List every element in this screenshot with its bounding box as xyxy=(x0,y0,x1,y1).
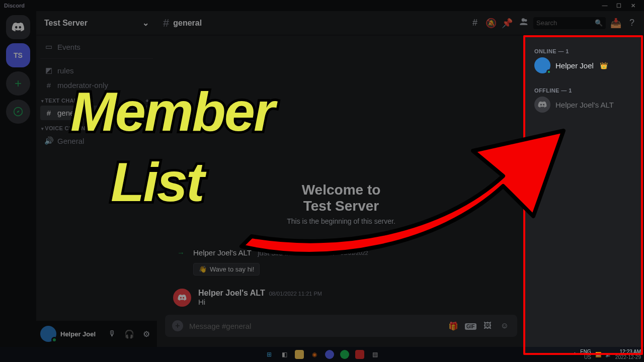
window-minimize-button[interactable]: — xyxy=(598,3,612,9)
sticker-button[interactable]: 🖼 xyxy=(482,321,493,330)
hash-icon: # xyxy=(44,109,53,117)
wave-button[interactable]: 👋 Wave to say hi! xyxy=(193,263,260,276)
discord-logo-icon xyxy=(538,101,547,108)
app-title: Discord xyxy=(4,3,25,9)
volume-icon[interactable]: 🔈 xyxy=(605,352,611,357)
members-icon xyxy=(518,17,528,27)
start-icon[interactable]: ⊞ xyxy=(265,350,274,359)
attach-button[interactable]: + xyxy=(172,320,183,331)
server-header[interactable]: Test Server ⌄ xyxy=(36,11,157,35)
rules-icon: ◩ xyxy=(44,66,53,75)
home-dm-button[interactable] xyxy=(6,15,30,39)
message-timestamp: 08/01/2022 11:21 PM xyxy=(269,291,322,297)
self-avatar[interactable] xyxy=(40,326,56,342)
guild-list: TS + xyxy=(0,11,36,347)
gift-button[interactable]: 🎁 xyxy=(448,321,459,331)
tray-region: US xyxy=(584,354,591,360)
threads-button[interactable]: # xyxy=(469,18,481,28)
notifications-button[interactable]: 🔕 xyxy=(485,18,497,29)
events-row[interactable]: ▭ Events xyxy=(40,39,153,54)
self-username: Helper Joel xyxy=(60,330,102,338)
member-avatar xyxy=(534,97,550,113)
message-composer[interactable]: + 🎁 GIF 🖼 ☺ xyxy=(165,315,517,337)
search-icon: 🔍 xyxy=(595,19,603,27)
welcome-title-1: Welcome to xyxy=(302,182,381,198)
member-row[interactable]: Helper Joel 👑 xyxy=(530,55,639,75)
message-content: Hi xyxy=(198,298,322,306)
calendar-icon: ▭ xyxy=(44,42,53,51)
add-channel-icon[interactable]: + xyxy=(145,125,149,131)
discord-icon[interactable] xyxy=(325,350,334,359)
discord-logo-icon xyxy=(12,22,25,32)
firefox-icon[interactable]: ◉ xyxy=(310,350,319,359)
channel-title: general xyxy=(173,19,202,28)
welcome-block: Welcome toTest Server This is the beginn… xyxy=(165,182,517,225)
speaker-icon: 🔊 xyxy=(44,136,53,145)
user-settings-button[interactable]: ⚙ xyxy=(140,329,153,339)
wave-emoji-icon: 👋 xyxy=(199,265,207,273)
channel-mod-only[interactable]: # moderator-only xyxy=(40,78,153,93)
help-button[interactable]: ? xyxy=(626,18,638,28)
window-maximize-button[interactable]: ☐ xyxy=(612,3,626,9)
tray-date: 2022-12-29 xyxy=(615,354,641,360)
channel-general[interactable]: # general xyxy=(40,106,153,120)
category-text-channels[interactable]: ▾TEXT CHANNELS + xyxy=(40,93,153,106)
channel-header: # general # 🔕 📌 🔍 📥 ? xyxy=(157,11,644,35)
status-online-icon xyxy=(546,69,551,74)
members-offline-header: OFFLINE — 1 xyxy=(530,84,639,95)
spotify-icon[interactable] xyxy=(340,350,349,359)
channel-rules[interactable]: ◩ rules xyxy=(40,63,153,78)
window-titlebar: Discord — ☐ ✕ xyxy=(0,0,644,11)
divider xyxy=(40,58,153,59)
member-avatar xyxy=(534,57,550,73)
pinned-button[interactable]: 📌 xyxy=(501,18,513,29)
user-panel: Helper Joel 🎙 🎧 ⚙ xyxy=(36,321,157,347)
join-timestamp: 08/01/2022 xyxy=(341,250,368,256)
wifi-icon[interactable]: 📶 xyxy=(595,352,601,357)
inbox-button[interactable]: 📥 xyxy=(610,18,622,29)
message-input[interactable] xyxy=(189,322,442,330)
message-author[interactable]: Helper Joel's ALT xyxy=(198,289,265,298)
gif-button[interactable]: GIF xyxy=(465,321,476,330)
hash-icon: # xyxy=(163,17,169,30)
tray-time: 12:23 AM xyxy=(620,349,641,354)
guild-test-server[interactable]: TS xyxy=(6,43,30,67)
welcome-subtitle: This is the beginning of this server. xyxy=(165,217,517,225)
channel-mod-label: moderator-only xyxy=(57,81,108,89)
add-server-button[interactable]: + xyxy=(6,71,30,96)
message-row: Helper Joel's ALT 08/01/2022 11:21 PM Hi xyxy=(165,284,517,307)
members-online-header: ONLINE — 1 xyxy=(530,45,639,55)
search-input[interactable] xyxy=(536,19,592,27)
app-icon[interactable]: ▤ xyxy=(370,350,379,359)
explorer-icon[interactable] xyxy=(295,350,304,359)
emoji-button[interactable]: ☺ xyxy=(499,321,510,330)
events-label: Events xyxy=(57,43,80,51)
windows-taskbar: ⊞ ◧ ◉ ▤ ˄ ENGUS 📶 🔈 12:23 AM2022-12-29 xyxy=(0,347,644,362)
message-area: Welcome toTest Server This is the beginn… xyxy=(157,35,525,347)
channel-general-label: general xyxy=(57,109,83,117)
window-close-button[interactable]: ✕ xyxy=(626,3,640,9)
task-view-icon[interactable]: ◧ xyxy=(280,350,289,359)
member-list-toggle[interactable] xyxy=(517,17,529,29)
join-arrow-icon: → xyxy=(177,248,185,257)
voice-channel-general[interactable]: 🔊 General xyxy=(40,133,153,148)
hash-icon: # xyxy=(44,81,53,89)
category-text-label: TEXT CHANNELS xyxy=(45,98,93,104)
explore-servers-button[interactable] xyxy=(6,100,30,124)
tray-chevron-icon[interactable]: ˄ xyxy=(574,352,576,357)
system-join-message: → Helper Joel's ALT just slid into the s… xyxy=(165,245,517,260)
compass-icon xyxy=(13,107,23,117)
member-name: Helper Joel's ALT xyxy=(555,101,614,109)
app-icon[interactable] xyxy=(355,350,364,359)
category-voice-channels[interactable]: ▾VOICE CHANNELS + xyxy=(40,120,153,133)
search-box[interactable]: 🔍 xyxy=(533,17,606,29)
add-channel-icon[interactable]: + xyxy=(145,98,149,104)
member-row[interactable]: Helper Joel's ALT xyxy=(530,95,639,115)
chat-area: # general # 🔕 📌 🔍 📥 ? Welcome toTest Ser… xyxy=(157,11,644,347)
message-avatar[interactable] xyxy=(173,289,191,307)
channel-rules-label: rules xyxy=(57,66,74,75)
chevron-down-icon: ▾ xyxy=(41,99,44,104)
deafen-button[interactable]: 🎧 xyxy=(123,329,136,339)
mute-mic-button[interactable]: 🎙 xyxy=(106,329,119,338)
system-tray[interactable]: ˄ ENGUS 📶 🔈 12:23 AM2022-12-29 xyxy=(574,349,641,360)
